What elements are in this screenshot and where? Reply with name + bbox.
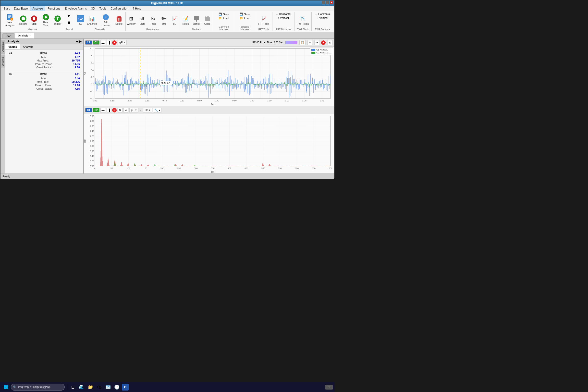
notes-button[interactable]: 📝 Notes — [181, 14, 190, 26]
menu-envelope[interactable]: Envelope Alarms — [63, 6, 89, 11]
ribbon-group-parameters: ⊞ Window gE Units Hz Freq 50k 50k 📈 g — [126, 12, 180, 31]
menu-analyze[interactable]: Analyze — [30, 6, 45, 11]
svg-text:T: T — [56, 17, 58, 20]
fft-horizontal-button[interactable]: ↔ Horizontal — [275, 12, 292, 16]
realtime-button[interactable]: Real Time — [40, 13, 52, 28]
twf-c1-button[interactable]: C1 — [85, 40, 92, 44]
c2-max-value: 0.46 — [75, 77, 80, 80]
twf-vertical-button[interactable]: ↕ Vertical — [316, 16, 329, 20]
trigger-button[interactable]: T Trigger — [53, 14, 62, 26]
c2-channel-button[interactable]: C2 C2 — [76, 14, 86, 26]
window-controls[interactable]: ─ □ ✕ — [322, 1, 333, 4]
twf-clear-button[interactable]: ✕ — [321, 40, 326, 45]
delete-button[interactable]: Delete — [114, 14, 124, 26]
ribbon-group-common-markers: 💾 Save 📂 Load Common Markers — [213, 12, 235, 31]
fft-bar-button[interactable]: ▐ — [107, 108, 112, 113]
sound-play-button[interactable]: ▶ — [66, 12, 73, 18]
ge-button[interactable]: 📈 gE — [170, 14, 180, 26]
twf-horizontal-button[interactable]: ↔ Horizontal — [314, 12, 331, 16]
maximize-button[interactable]: □ — [326, 1, 329, 4]
twf-close-button[interactable]: ✕ — [112, 40, 116, 45]
freq-button[interactable]: Hz Freq — [148, 14, 158, 26]
specific-load-button[interactable]: 📂 Load — [239, 16, 251, 20]
menu-functions[interactable]: Functions — [46, 6, 62, 11]
sidebar-tab-analysis[interactable]: Analysis — [1, 55, 5, 68]
units-button[interactable]: gE Units — [138, 14, 147, 26]
menu-3d[interactable]: 3D — [89, 6, 97, 11]
twf-bar-button[interactable]: ▐ — [107, 40, 112, 45]
twf-legend: C1 RMS 2... C2 RMS 1.11... — [310, 48, 333, 55]
svg-rect-23 — [194, 16, 199, 20]
channels-buttons: C2 C2 📊 Channels + Add channel — [76, 12, 124, 28]
menu-database[interactable]: Data Base — [12, 6, 30, 11]
fft-chart-body[interactable] — [84, 114, 334, 174]
fft-canvas — [84, 114, 334, 174]
c2-rms-label: RMS: — [40, 72, 47, 76]
twf-canvas — [84, 46, 334, 106]
left-panel-header: Analysis ◀ ▶ — [6, 39, 83, 44]
tab-analysis[interactable]: Analysis ✕ — [15, 33, 34, 38]
channels-button[interactable]: 📊 Channels — [86, 14, 98, 26]
panel-tab-analysis[interactable]: Analysis — [20, 44, 36, 49]
add-channel-button[interactable]: + Add channel — [99, 13, 113, 28]
fft-line-button[interactable]: ▬ — [100, 108, 106, 113]
fft-tools-btn[interactable]: 🔧 ▾ — [153, 108, 162, 113]
close-button[interactable]: ✕ — [330, 1, 333, 4]
c1-section: C1 RMS: 2.74 Max: 1.87 Max Frec: 19.775 — [7, 51, 82, 69]
c1-header-row: C1 RMS: 2.74 — [7, 51, 82, 55]
notes-label: Notes — [182, 22, 189, 26]
fft-c2-button[interactable]: C2 — [93, 108, 100, 112]
clear-button[interactable]: Clear — [202, 14, 212, 26]
twf-undo-button[interactable]: ↩ — [308, 40, 312, 45]
fft-c1-button[interactable]: C1 — [85, 108, 92, 112]
50k-button[interactable]: 50k 50k — [159, 14, 169, 26]
panel-tab-values[interactable]: Values — [6, 44, 20, 49]
twf-tools-button[interactable]: 📉 TWF Tools — [296, 14, 310, 26]
svg-text:+: + — [105, 15, 107, 19]
twf-redo-button[interactable]: ↪ — [314, 40, 319, 45]
specific-load-icon: 📂 — [240, 17, 243, 20]
fft-reset-button[interactable]: ✕ — [118, 108, 122, 113]
twf-chart-body[interactable]: C1 RMS 2... C2 RMS 1.11... 0.26 1.4 — [84, 46, 334, 106]
marker-button[interactable]: Marker — [192, 14, 202, 26]
window-button[interactable]: ⊞ Window — [126, 14, 136, 26]
twf-info-bar: 51200 RL ▾ Time: 2.73 Sec 📋 ↩ ↪ ✕ ⚙ — [252, 40, 333, 45]
menu-start[interactable]: Start — [2, 6, 12, 11]
c1-p2p-row: Peak to Peak: 11.86 — [7, 62, 82, 66]
twf-settings-button[interactable]: ⚙ — [328, 40, 333, 45]
fft-close-button[interactable]: ✕ — [112, 108, 116, 112]
stop-label: Stop — [31, 22, 36, 26]
tab-start[interactable]: Start — [2, 33, 14, 38]
panel-collapse-icon[interactable]: ◀ — [76, 40, 78, 43]
menu-help[interactable]: ? Help — [130, 6, 143, 11]
specific-save-button[interactable]: 💾 Save — [239, 12, 251, 16]
delete-label: Delete — [116, 22, 122, 26]
twf-unit-selector[interactable]: gE ▾ — [118, 40, 127, 45]
fft-distance-label: FFT Distance — [276, 28, 291, 31]
fft-tools-label: FFT Tools — [258, 22, 269, 26]
fft-unit-selector[interactable]: gE ▾ — [129, 108, 138, 112]
fft-vertical-button[interactable]: ↕ Vertical — [277, 16, 290, 20]
c2-crest-label: Crest Factor: — [36, 87, 52, 90]
fft-undo-button[interactable]: ↩ — [124, 108, 128, 113]
menu-tools[interactable]: Tools — [98, 6, 108, 11]
minimize-button[interactable]: ─ — [322, 1, 325, 4]
twf-c2-button[interactable]: C2 — [93, 40, 100, 44]
panel-content: C1 RMS: 2.74 Max: 1.87 Max Frec: 19.775 — [6, 50, 83, 174]
c2-maxfrec-label: Max Frec: — [37, 80, 49, 83]
c2-rms-value: 1.11 — [75, 72, 80, 76]
fft-tools-button[interactable]: 📈 FFT Tools — [257, 14, 270, 26]
twf-line-button[interactable]: ▬ — [100, 40, 106, 45]
common-save-button[interactable]: 💾 Save — [218, 12, 230, 16]
clear-icon — [203, 15, 211, 22]
fft-hz-selector[interactable]: Hz ▾ — [143, 108, 152, 112]
stop-button[interactable]: Stop — [29, 14, 39, 26]
new-analysis-button[interactable]: + New Analysis — [2, 13, 18, 28]
common-load-button[interactable]: 📂 Load — [218, 16, 230, 20]
panel-expand-icon[interactable]: ▶ — [79, 40, 81, 43]
sidebar-tab-database[interactable]: Database — [1, 40, 5, 54]
menu-configuration[interactable]: Configuration — [109, 6, 130, 11]
sound-stop-button[interactable]: ◼ — [66, 19, 73, 26]
record-button[interactable]: Record — [18, 14, 28, 26]
twf-copy-button[interactable]: 📋 — [300, 40, 306, 45]
